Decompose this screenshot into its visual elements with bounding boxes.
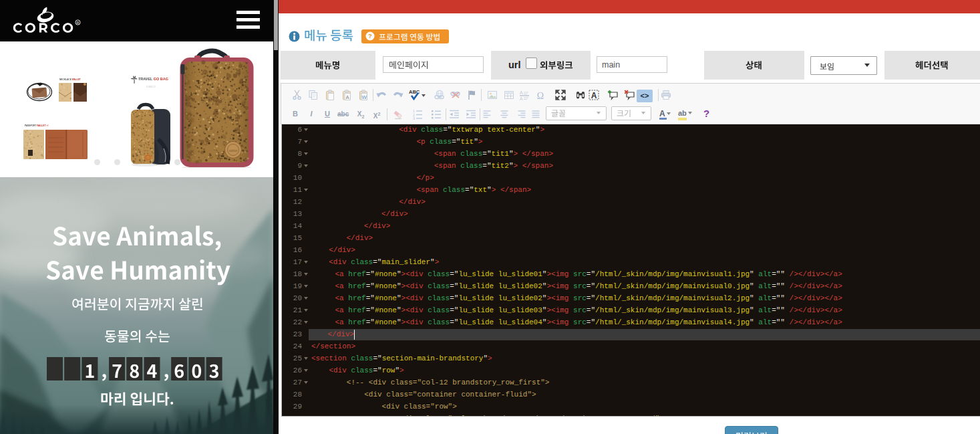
svg-text:A: A: [520, 96, 523, 101]
svg-text:corco: corco: [229, 148, 237, 152]
svg-text:?: ?: [368, 32, 372, 39]
svg-text:W: W: [361, 94, 367, 100]
svg-text:A: A: [345, 94, 349, 100]
svg-text:A: A: [520, 90, 523, 95]
svg-text:<>: <>: [641, 92, 649, 100]
svg-text:Ω: Ω: [537, 91, 544, 101]
svg-text:R: R: [77, 21, 79, 25]
svg-text:A: A: [591, 91, 597, 100]
svg-text:3: 3: [413, 116, 415, 120]
